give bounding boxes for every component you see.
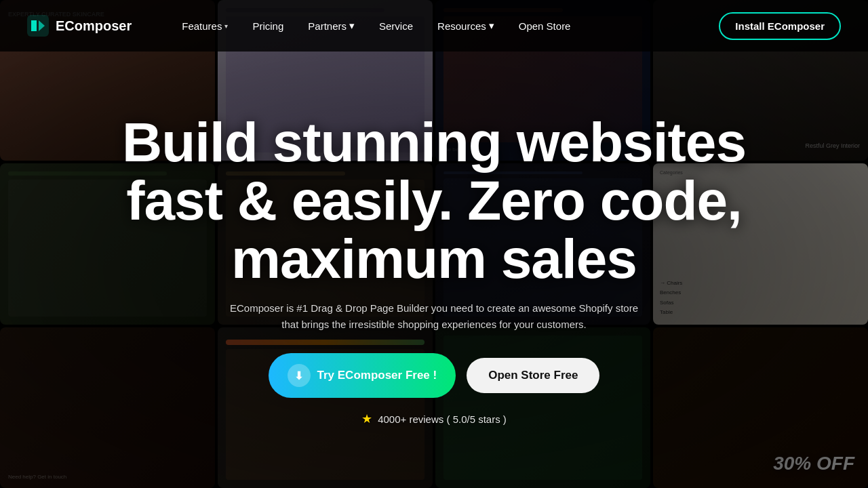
svg-rect-0 <box>27 15 49 37</box>
chevron-down-icon: ▾ <box>224 22 228 30</box>
logo-icon <box>27 15 49 37</box>
star-icon: ★ <box>361 411 372 426</box>
try-free-button[interactable]: ⬇ Try EComposer Free ! <box>269 353 456 398</box>
nav-pricing[interactable]: Pricing <box>243 15 293 37</box>
chevron-down-icon: ▾ <box>489 20 494 32</box>
chevron-down-icon: ▾ <box>349 20 355 32</box>
navbar: EComposer Features ▾ Pricing Partners ▾ … <box>0 0 868 52</box>
logo-link[interactable]: EComposer <box>27 15 132 37</box>
nav-features[interactable]: Features ▾ <box>172 15 237 37</box>
nav-open-store[interactable]: Open Store <box>509 15 580 37</box>
reviews-row: ★ 4000+ reviews ( 5.0/5 stars ) <box>361 411 507 426</box>
nav-service[interactable]: Service <box>370 15 422 37</box>
install-button[interactable]: Install EComposer <box>719 12 841 40</box>
hero-title: Build stunning websites fast & easily. Z… <box>115 113 753 288</box>
nav-links: Features ▾ Pricing Partners ▾ Service Re… <box>172 14 719 37</box>
nav-partners[interactable]: Partners ▾ <box>298 14 364 37</box>
brand-name: EComposer <box>56 18 132 34</box>
hero-subtitle: EComposer is #1 Drag & Drop Page Builder… <box>224 300 644 333</box>
nav-resources[interactable]: Resources ▾ <box>428 14 504 37</box>
hero-buttons: ⬇ Try EComposer Free ! Open Store Free <box>269 353 600 398</box>
reviews-text: 4000+ reviews ( 5.0/5 stars ) <box>378 413 507 425</box>
hero-section: Build stunning websites fast & easily. Z… <box>0 52 868 488</box>
open-store-button[interactable]: Open Store Free <box>467 358 599 393</box>
download-icon: ⬇ <box>288 364 311 387</box>
